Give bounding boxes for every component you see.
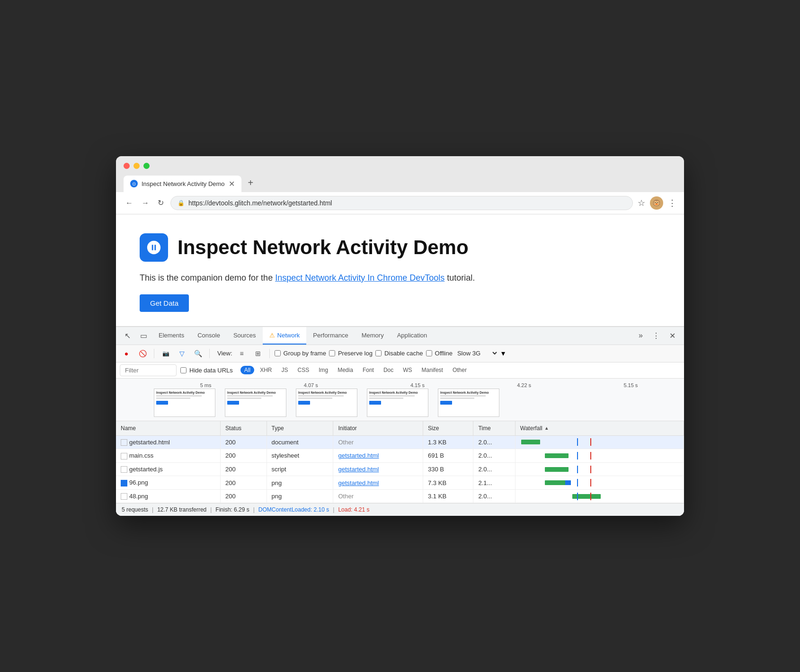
filter-css[interactable]: CSS — [293, 366, 313, 374]
wf-time-2: 4.07 s — [304, 382, 318, 388]
disable-cache-checkbox[interactable] — [375, 350, 382, 356]
close-button[interactable] — [124, 163, 130, 169]
initiator-text: Other — [338, 439, 354, 446]
filter-img[interactable]: Img — [315, 366, 332, 374]
active-tab[interactable]: ⊙ Inspect Network Activity Demo ✕ — [124, 176, 241, 192]
devtools-menu-button[interactable]: ⋮ — [648, 327, 665, 344]
preserve-log-checkbox[interactable] — [329, 350, 335, 356]
tab-elements[interactable]: Elements — [152, 327, 191, 345]
table-row[interactable]: getstarted.html 200 document Other 1.3 K… — [116, 435, 684, 449]
initiator-link[interactable]: getstarted.html — [338, 466, 379, 473]
inspect-element-button[interactable]: ↖ — [120, 327, 135, 344]
window-controls — [124, 163, 676, 169]
maximize-button[interactable] — [143, 163, 150, 169]
initiator-link[interactable]: getstarted.html — [338, 479, 379, 486]
tab-application[interactable]: Application — [391, 327, 434, 345]
reload-button[interactable]: ↻ — [156, 196, 166, 209]
cell-size: 1.3 KB — [423, 435, 473, 449]
cell-size: 330 B — [423, 462, 473, 476]
table-row[interactable]: getstarted.js 200 script getstarted.html… — [116, 462, 684, 476]
table-row[interactable]: main.css 200 stylesheet getstarted.html … — [116, 449, 684, 463]
search-button[interactable]: 🔍 — [191, 347, 204, 360]
record-button[interactable]: ● — [120, 347, 133, 360]
table-row[interactable]: 48.png 200 png Other 3.1 KB 2.0... — [116, 489, 684, 503]
cell-time: 2.0... — [473, 449, 515, 463]
tab-console[interactable]: Console — [191, 327, 227, 345]
dom-content-loaded: DOMContentLoaded: 2.10 s — [258, 506, 329, 513]
filter-doc[interactable]: Doc — [380, 366, 397, 374]
disable-cache-label[interactable]: Disable cache — [375, 350, 423, 357]
cell-waterfall — [515, 489, 684, 503]
col-size[interactable]: Size — [423, 421, 473, 436]
tab-network[interactable]: ⚠ Network — [263, 327, 307, 345]
address-bar-row: ← → ↻ 🔒 https://devtools.glitch.me/netwo… — [116, 192, 684, 214]
bookmark-button[interactable]: ☆ — [638, 198, 645, 208]
hide-data-urls-checkbox[interactable] — [180, 367, 187, 373]
col-initiator[interactable]: Initiator — [333, 421, 423, 436]
col-waterfall[interactable]: Waterfall ▲ — [515, 421, 684, 436]
screenshot-button[interactable]: 📷 — [159, 347, 172, 360]
waterfall-timestamps: 5 ms 4.07 s 4.15 s 4.22 s 5.15 s — [154, 382, 684, 388]
tab-sources[interactable]: Sources — [227, 327, 263, 345]
wf-thumb-2: Inspect Network Activity Demo — [225, 389, 286, 417]
tab-memory[interactable]: Memory — [355, 327, 391, 345]
minimize-button[interactable] — [133, 163, 140, 169]
filter-js[interactable]: JS — [277, 366, 292, 374]
preserve-log-label[interactable]: Preserve log — [329, 350, 373, 357]
table-row[interactable]: 96.png 200 png getstarted.html 7.3 KB 2.… — [116, 476, 684, 490]
devtools-close-button[interactable]: ✕ — [665, 327, 680, 344]
load-line — [590, 452, 591, 460]
cell-name: getstarted.html — [116, 435, 221, 449]
filter-media[interactable]: Media — [334, 366, 357, 374]
cell-initiator: Other — [333, 489, 423, 503]
file-icon — [121, 480, 127, 486]
tab-performance[interactable]: Performance — [306, 327, 355, 345]
waterfall-green-bar — [545, 467, 569, 472]
tab-close-button[interactable]: ✕ — [229, 179, 235, 188]
cell-status: 200 — [221, 476, 267, 490]
throttle-select[interactable]: Slow 3G Fast 3G No throttling — [455, 349, 498, 357]
page-header: Inspect Network Activity Demo — [140, 233, 660, 262]
filter-xhr[interactable]: XHR — [256, 366, 276, 374]
title-bar: ⊙ Inspect Network Activity Demo ✕ + — [116, 156, 684, 192]
clear-button[interactable]: 🚫 — [136, 347, 149, 360]
filter-ws[interactable]: WS — [399, 366, 416, 374]
waterfall-green-bar — [545, 453, 569, 458]
cell-type: png — [267, 476, 333, 490]
filter-button[interactable]: ▽ — [175, 347, 188, 360]
filter-other[interactable]: Other — [449, 366, 471, 374]
network-table: Name Status Type Initiator Size Time Wat… — [116, 421, 684, 504]
forward-button[interactable]: → — [140, 197, 151, 209]
col-status[interactable]: Status — [221, 421, 267, 436]
filter-input[interactable] — [120, 364, 177, 376]
new-tab-button[interactable]: + — [242, 174, 259, 192]
grid-view-button[interactable]: ⊞ — [251, 347, 265, 360]
filter-font[interactable]: Font — [359, 366, 378, 374]
network-table-container: Name Status Type Initiator Size Time Wat… — [116, 421, 684, 504]
filter-manifest[interactable]: Manifest — [418, 366, 447, 374]
hide-data-urls-label[interactable]: Hide data URLs — [180, 367, 233, 374]
cell-name: 96.png — [116, 476, 221, 490]
device-toolbar-button[interactable]: ▭ — [135, 327, 152, 344]
col-type[interactable]: Type — [267, 421, 333, 436]
profile-avatar[interactable]: 🐵 — [650, 196, 663, 210]
list-view-button[interactable]: ≡ — [235, 347, 249, 360]
get-data-button[interactable]: Get Data — [140, 294, 189, 312]
page-description: This is the companion demo for the Inspe… — [140, 273, 660, 283]
wf-time-1: 5 ms — [200, 382, 212, 388]
lock-icon: 🔒 — [178, 200, 185, 206]
group-by-frame-checkbox[interactable] — [275, 350, 281, 356]
initiator-link[interactable]: getstarted.html — [338, 452, 379, 459]
filter-all[interactable]: All — [240, 366, 254, 374]
filter-bar: Hide data URLs All XHR JS CSS Img Media … — [116, 363, 684, 379]
more-button[interactable]: ⋮ — [668, 198, 676, 208]
offline-label[interactable]: Offline — [426, 350, 453, 357]
more-tabs-button[interactable]: » — [634, 327, 648, 344]
offline-checkbox[interactable] — [426, 350, 432, 356]
back-button[interactable]: ← — [124, 197, 135, 209]
col-name[interactable]: Name — [116, 421, 221, 436]
address-field[interactable]: 🔒 https://devtools.glitch.me/network/get… — [170, 196, 633, 210]
col-time[interactable]: Time — [473, 421, 515, 436]
tutorial-link[interactable]: Inspect Network Activity In Chrome DevTo… — [275, 273, 444, 283]
group-by-frame-label[interactable]: Group by frame — [275, 350, 326, 357]
